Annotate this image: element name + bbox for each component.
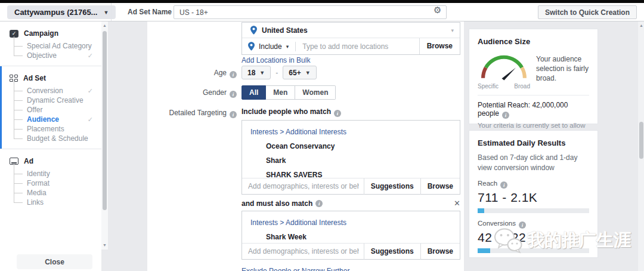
audience-size-gauge-icon: [478, 52, 530, 81]
chevron-down-icon: ▾: [286, 44, 289, 50]
add-locations-in-bulk-link[interactable]: Add Locations in Bulk: [242, 56, 310, 64]
ad-set-section: Ad Set Conversion ✓ Dynamic Creative Off…: [0, 66, 101, 149]
sidebar-scrollbar-thumb[interactable]: [103, 31, 107, 210]
info-icon[interactable]: i: [315, 200, 323, 207]
add-targeting-row: Suggestions Browse: [242, 243, 460, 259]
ad-section-header[interactable]: Ad: [10, 157, 101, 165]
sidebar-scrollbar[interactable]: ▲ ▼: [101, 21, 108, 250]
audience-size-title: Audience Size: [478, 37, 589, 46]
interest-item[interactable]: SHARK SAVERS: [242, 165, 460, 179]
check-icon: ✓: [88, 41, 93, 51]
check-icon: ✓: [88, 86, 93, 96]
scroll-up-icon[interactable]: ▲: [638, 22, 644, 29]
ad-set-tree: Conversion ✓ Dynamic Creative Offer Audi…: [14, 86, 101, 143]
toolbar-divider: [111, 3, 112, 21]
account-selector-label: Cattywampus (21765...: [14, 8, 97, 17]
scroll-down-icon[interactable]: ▼: [101, 242, 108, 249]
ad-set-section-header[interactable]: Ad Set: [10, 74, 101, 82]
gender-option-women[interactable]: Women: [295, 85, 336, 100]
conversions-progress-bar: [478, 248, 589, 253]
info-icon[interactable]: i: [334, 110, 341, 117]
reach-progress-fill: [478, 208, 484, 213]
add-targeting-input[interactable]: [242, 182, 364, 190]
gender-label: Genderi: [147, 88, 237, 98]
location-pin-icon: [250, 26, 257, 35]
add-location-input[interactable]: [302, 42, 414, 51]
switch-to-quick-creation-button[interactable]: Switch to Quick Creation: [538, 5, 637, 19]
info-icon[interactable]: i: [230, 111, 237, 118]
suggestions-button[interactable]: Suggestions: [364, 178, 420, 195]
account-selector[interactable]: Cattywampus (21765... ▼: [7, 5, 116, 19]
page-scrollbar[interactable]: ▲: [638, 21, 644, 271]
selected-location-row[interactable]: United States ▾: [242, 23, 460, 38]
info-icon[interactable]: i: [500, 181, 507, 189]
sidebar-item-offer[interactable]: Offer: [14, 105, 101, 115]
info-icon[interactable]: i: [230, 71, 237, 78]
close-button[interactable]: Close: [17, 254, 92, 269]
close-icon[interactable]: ✕: [454, 199, 460, 208]
ad-tree: Identity Format Media Links: [14, 169, 101, 207]
sidebar-item-identity[interactable]: Identity: [14, 169, 101, 178]
targeting-browse-button[interactable]: Browse: [420, 244, 460, 260]
ad-set-name-input[interactable]: [174, 5, 447, 19]
conversions-metric-value: 42 - 122: [478, 230, 589, 245]
targeting-browse-button[interactable]: Browse: [420, 178, 460, 195]
interest-item[interactable]: Ocean Conservancy: [242, 136, 460, 150]
interest-category-path[interactable]: Interests > Additional Interests: [242, 121, 460, 136]
page-scrollbar-thumb[interactable]: [639, 122, 643, 159]
gauge-label-broad: Broad: [514, 83, 530, 90]
sidebar-item-budget-schedule[interactable]: Budget & Schedule: [14, 134, 101, 143]
scroll-up-icon[interactable]: ▲: [101, 22, 108, 29]
include-people-heading: Include people who matchi: [242, 107, 341, 117]
sidebar-item-links[interactable]: Links: [14, 198, 101, 207]
location-include-label: Include: [259, 42, 282, 51]
detailed-targeting-label: Detailed Targetingi: [147, 109, 237, 118]
ad-section: Ad Identity Format Media Links: [0, 149, 101, 213]
sidebar-item-conversion[interactable]: Conversion ✓: [14, 86, 101, 96]
info-icon[interactable]: i: [230, 91, 237, 98]
gender-option-all[interactable]: All: [242, 85, 266, 100]
add-targeting-input[interactable]: [242, 247, 364, 255]
info-icon[interactable]: i: [519, 221, 526, 229]
campaign-section: ✓ Campaign Special Ad Category ✓ Objecti…: [0, 21, 101, 66]
chevron-down-icon[interactable]: ▾: [451, 27, 454, 33]
conversions-progress-fill: [478, 248, 490, 253]
sidebar-item-dynamic-creative[interactable]: Dynamic Creative: [14, 96, 101, 105]
sidebar-item-format[interactable]: Format: [14, 178, 101, 188]
gender-option-men[interactable]: Men: [266, 85, 295, 100]
audience-gauge-wrap: Specific Broad Your audience selection i…: [478, 52, 589, 90]
sidebar-item-objective[interactable]: Objective ✓: [14, 51, 101, 60]
gender-segmented-control: All Men Women: [242, 85, 336, 100]
interest-item[interactable]: Shark Week: [242, 227, 460, 241]
audience-form-panel: United States ▾ Include ▾ Browse Add Loc…: [147, 21, 464, 271]
sidebar-item-audience[interactable]: Audience ✓: [14, 115, 101, 124]
age-label: Agei: [147, 69, 237, 78]
interest-category-path[interactable]: Interests > Additional Interests: [242, 211, 460, 227]
sidebar-item-media[interactable]: Media: [14, 188, 101, 198]
targeting-box-include: Interests > Additional Interests Ocean C…: [242, 120, 460, 195]
location-pin-icon: [248, 42, 255, 51]
chevron-down-icon: ▼: [259, 70, 265, 76]
sidebar-item-special-ad-category[interactable]: Special Ad Category ✓: [14, 41, 101, 51]
age-controls: 18 ▼ - 65+ ▼: [242, 66, 317, 79]
exclude-or-narrow-link[interactable]: Exclude People or Narrow Further: [242, 267, 349, 271]
targeting-box-narrow: Interests > Additional Interests Shark W…: [242, 211, 460, 260]
age-max-dropdown[interactable]: 65+ ▼: [283, 66, 316, 79]
location-browse-button[interactable]: Browse: [419, 38, 460, 54]
suggestions-button[interactable]: Suggestions: [364, 244, 420, 260]
age-range-separator: -: [275, 69, 278, 77]
check-icon: ✓: [88, 51, 93, 60]
potential-reach-line: Potential Reach: 42,000,000 peoplei: [478, 101, 589, 119]
age-min-dropdown[interactable]: 18 ▼: [242, 66, 271, 79]
location-include-dropdown[interactable]: Include ▾: [248, 42, 289, 51]
gear-icon[interactable]: ⚙: [434, 5, 441, 16]
add-targeting-row: Suggestions Browse: [242, 178, 460, 194]
interest-item[interactable]: Shark: [242, 150, 460, 165]
campaign-section-header[interactable]: ✓ Campaign: [10, 29, 101, 38]
sidebar-item-placements[interactable]: Placements: [14, 124, 101, 134]
info-icon[interactable]: i: [502, 112, 509, 119]
conversions-metric-label: Conversionsi: [478, 220, 589, 229]
chevron-down-icon: ▼: [305, 70, 311, 76]
card-divider: [478, 95, 589, 96]
campaign-tree: Special Ad Category ✓ Objective ✓: [14, 41, 101, 60]
